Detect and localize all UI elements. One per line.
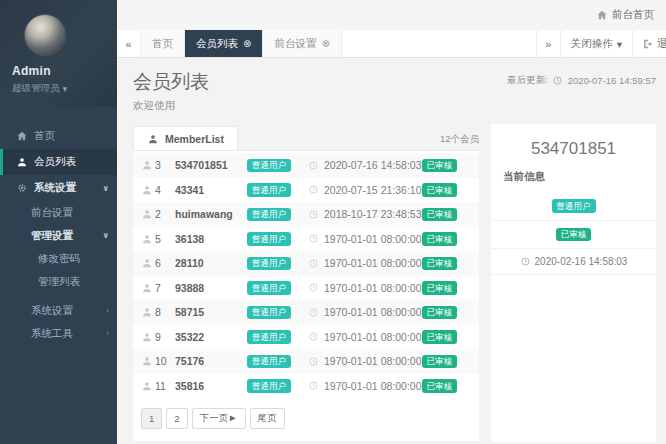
register-time: 1970-01-01 08:00:00 [307, 282, 422, 294]
register-time: 2020-07-16 14:58:03 [307, 159, 422, 171]
pagination-button[interactable]: 2 [166, 408, 187, 429]
member-row[interactable]: 5 36138 普通用户 1970-01-01 08:00:00 已审核 [133, 227, 479, 252]
user-icon [16, 157, 28, 167]
member-rows: 3 534701851 普通用户 2020-07-16 14:58:03 已审核… [133, 153, 479, 398]
tab-frontend-settings[interactable]: 前台设置 ⊗ [263, 30, 341, 57]
pagination: 12下一页►尾页 [133, 398, 479, 441]
clock-icon [307, 332, 319, 341]
user-icon [139, 185, 155, 195]
tab-close-icon[interactable]: ⊗ [321, 38, 329, 49]
pagination-button[interactable]: 尾页 [250, 408, 285, 429]
tabbar: « 首页 会员列表 ⊗ 前台设置 ⊗ » 关闭操作 ▾ 退出 [117, 30, 666, 58]
tab-home[interactable]: 首页 [141, 30, 185, 57]
status-badge: 已审核 [422, 379, 458, 393]
role-badge: 普通用户 [247, 379, 291, 393]
tab-member-list[interactable]: 会员列表 ⊗ [185, 30, 263, 57]
tab-scroll-right-icon[interactable]: » [536, 30, 560, 57]
member-id: 11 [155, 380, 175, 392]
sidebar-item-system-config[interactable]: 系统设置 ‹ [0, 299, 117, 322]
clock-icon [307, 210, 319, 219]
role-badge: 普通用户 [247, 232, 291, 246]
role-badge: 普通用户 [247, 159, 291, 173]
tab-label: 前台设置 [274, 37, 316, 51]
register-time: 2018-10-17 23:48:53 [307, 208, 422, 220]
detail-status-row: 已审核 [491, 220, 656, 249]
clock-icon [307, 283, 319, 292]
member-id: 7 [155, 282, 175, 294]
member-row[interactable]: 10 75176 普通用户 1970-01-01 08:00:00 已审核 [133, 349, 479, 374]
member-row[interactable]: 7 93888 普通用户 1970-01-01 08:00:00 已审核 [133, 276, 479, 301]
logout-label: 退出 [657, 37, 666, 51]
clock-icon [552, 76, 564, 85]
pagination-button[interactable]: 1 [141, 408, 162, 429]
register-time: 1970-01-01 08:00:00 [307, 306, 422, 318]
detail-role-row: 普通用户 [491, 192, 656, 220]
sidebar-item-label: 首页 [34, 129, 55, 143]
sidebar-item-change-password[interactable]: 修改密码 [0, 247, 117, 270]
register-time: 1970-01-01 08:00:00 [307, 257, 422, 269]
sidebar-item-label: 会员列表 [34, 155, 76, 169]
register-time: 1970-01-01 08:00:00 [307, 355, 422, 367]
member-time-text: 2020-07-16 14:58:03 [324, 159, 422, 171]
member-name: 58715 [175, 306, 247, 318]
profile-section: Admin 超级管理员 ▾ [0, 0, 117, 107]
sidebar-item-admin-list[interactable]: 管理列表 [0, 270, 117, 293]
member-id: 5 [155, 233, 175, 245]
caret-down-icon: ▾ [63, 83, 68, 94]
sidebar-item-frontend-settings[interactable]: 前台设置 [0, 201, 117, 224]
user-icon [139, 209, 155, 219]
member-row[interactable]: 8 58715 普通用户 1970-01-01 08:00:00 已审核 [133, 300, 479, 325]
profile-role-dropdown[interactable]: 超级管理员 ▾ [12, 82, 109, 95]
chevron-left-icon: ‹ [106, 306, 109, 315]
member-time-text: 1970-01-01 08:00:00 [324, 306, 422, 318]
role-badge: 普通用户 [247, 330, 291, 344]
columns: MemberList 12个会员 3 534701851 普通用户 2020-0… [133, 124, 656, 442]
detail-section-label: 当前信息 [491, 168, 656, 192]
member-time-text: 1970-01-01 08:00:00 [324, 380, 422, 392]
sidebar-item-admin-settings[interactable]: 管理设置 ∨ [0, 224, 117, 247]
close-operations-dropdown[interactable]: 关闭操作 ▾ [560, 30, 632, 57]
register-time: 1970-01-01 08:00:00 [307, 233, 422, 245]
tab-member-list[interactable]: MemberList [133, 126, 238, 150]
role-badge: 普通用户 [247, 281, 291, 295]
home-icon [596, 10, 608, 20]
member-row[interactable]: 4 43341 普通用户 2020-07-15 21:36:10 已审核 [133, 178, 479, 203]
logout-button[interactable]: 退出 [632, 30, 666, 57]
member-row[interactable]: 6 28110 普通用户 1970-01-01 08:00:00 已审核 [133, 251, 479, 276]
frontend-home-link[interactable]: 前台首页 [596, 8, 654, 22]
status-badge: 已审核 [422, 208, 458, 222]
page-title: 会员列表 [133, 69, 209, 95]
sidebar-item-label: 系统设置 [34, 181, 76, 195]
user-icon [139, 160, 155, 170]
member-card-body: 3 534701851 普通用户 2020-07-16 14:58:03 已审核… [133, 150, 479, 441]
status-badge: 已审核 [422, 232, 458, 246]
close-operations-label: 关闭操作 [571, 37, 613, 51]
status-badge: 已审核 [422, 355, 458, 369]
tab-scroll-left-icon[interactable]: « [117, 30, 141, 57]
clock-icon [307, 259, 319, 268]
pagination-button[interactable]: 下一页► [192, 408, 246, 429]
tab-close-icon[interactable]: ⊗ [243, 38, 251, 49]
sidebar-item-label: 修改密码 [38, 252, 80, 266]
avatar[interactable] [24, 14, 66, 56]
user-icon [139, 356, 155, 366]
status-badge: 已审核 [422, 330, 458, 344]
user-icon [139, 307, 155, 317]
last-update: 最后更新: 2020-07-16 14:59:57 [507, 74, 656, 87]
sidebar-item-system-settings[interactable]: 系统设置 ∨ [0, 175, 117, 201]
detail-time-row: 2020-02-16 14:58:03 [491, 248, 656, 275]
sidebar: Admin 超级管理员 ▾ 首页 会员列表 系统设置 ∨ 前台设置 管理设置 ∨… [0, 0, 117, 444]
sidebar-item-system-tools[interactable]: 系统工具 ‹ [0, 322, 117, 345]
member-row[interactable]: 3 534701851 普通用户 2020-07-16 14:58:03 已审核 [133, 153, 479, 178]
frontend-home-label: 前台首页 [612, 8, 654, 22]
sidebar-item-member-list[interactable]: 会员列表 [0, 149, 117, 175]
member-row[interactable]: 2 huimawang 普通用户 2018-10-17 23:48:53 已审核 [133, 202, 479, 227]
user-icon [147, 134, 159, 144]
member-row[interactable]: 9 35322 普通用户 1970-01-01 08:00:00 已审核 [133, 325, 479, 350]
member-name: 534701851 [175, 159, 247, 171]
member-time-text: 2018-10-17 23:48:53 [324, 208, 422, 220]
sidebar-item-home[interactable]: 首页 [0, 123, 117, 149]
user-icon [139, 381, 155, 391]
member-row[interactable]: 11 35816 普通用户 1970-01-01 08:00:00 已审核 [133, 374, 479, 399]
home-icon [16, 131, 28, 141]
